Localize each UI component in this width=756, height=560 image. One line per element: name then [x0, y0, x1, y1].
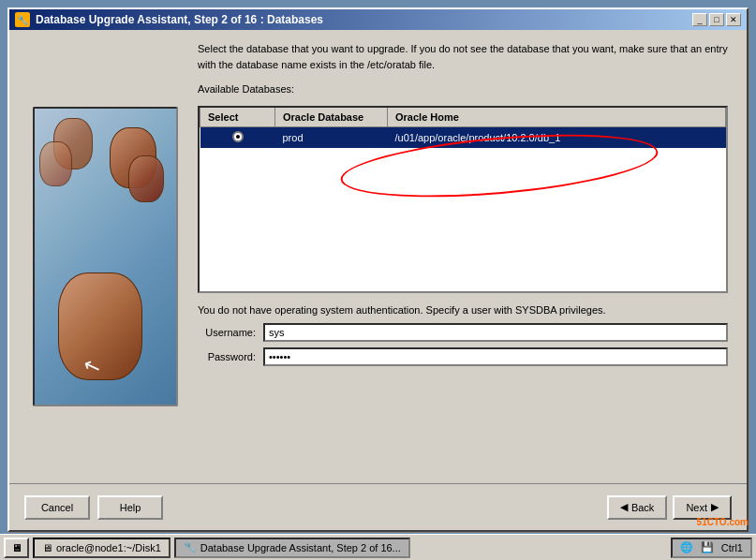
clock-label: Ctrl1 [721, 542, 743, 553]
window-title: Database Upgrade Assistant, Step 2 of 16… [36, 13, 323, 26]
watermark: 51CTO.com [697, 517, 749, 527]
taskbar-item-terminal[interactable]: 🖥 oracle@node1:~/Disk1 [33, 538, 170, 558]
maximize-button[interactable]: □ [709, 13, 724, 26]
taskbar: 🖥 🖥 oracle@node1:~/Disk1 🔧 Database Upgr… [0, 534, 756, 560]
oracle-illustration: ↖ [33, 107, 178, 406]
username-row: Username: [198, 323, 728, 342]
minimize-button[interactable]: _ [692, 13, 707, 26]
available-label: Available Databases: [198, 83, 728, 95]
auth-description: You do not have operating system authent… [198, 304, 728, 316]
col-oracle-db: Oracle Database [275, 108, 388, 127]
title-buttons: _ □ ✕ [692, 13, 741, 26]
taskbar-item-dua[interactable]: 🔧 Database Upgrade Assistant, Step 2 of … [174, 538, 410, 558]
disk-icon: 💾 [701, 541, 714, 553]
main-window: 🔧 Database Upgrade Assistant, Step 2 of … [7, 7, 749, 532]
radio-cell[interactable] [200, 127, 275, 149]
start-button[interactable]: 🖥 [4, 538, 29, 558]
database-table-container: Select Oracle Database Oracle Home prod … [198, 106, 728, 293]
left-panel: ↖ [28, 41, 183, 472]
db-name-cell: prod [275, 127, 388, 149]
close-button[interactable]: ✕ [726, 13, 741, 26]
next-arrow-icon: ▶ [711, 501, 719, 513]
bottom-bar: Cancel Help ◀ Back Next ▶ [9, 483, 747, 530]
next-label: Next [686, 502, 707, 513]
table-row[interactable]: prod /u01/app/oracle/product/10.2.0/db_1 [200, 127, 726, 149]
database-table: Select Oracle Database Oracle Home prod … [200, 108, 726, 148]
password-label: Password: [198, 351, 263, 362]
username-input[interactable] [263, 323, 728, 342]
col-oracle-home: Oracle Home [388, 108, 726, 127]
password-row: Password: [198, 347, 728, 366]
auth-section: You do not have operating system authent… [198, 304, 728, 372]
help-button[interactable]: Help [97, 495, 163, 520]
window-icon: 🔧 [15, 12, 30, 27]
taskbar-clock: 🌐 💾 Ctrl1 [671, 538, 752, 558]
col-select: Select [200, 108, 275, 127]
back-button[interactable]: ◀ Back [607, 495, 667, 520]
bottom-left-buttons: Cancel Help [24, 495, 163, 520]
back-label: Back [631, 502, 654, 513]
terminal-icon: 🖥 [42, 542, 52, 553]
network-icon: 🌐 [680, 541, 693, 553]
description-text: Select the database that you want to upg… [198, 41, 728, 72]
oracle-home-cell: /u01/app/oracle/product/10.2.0/db_1 [388, 127, 726, 149]
password-input[interactable] [263, 347, 728, 366]
cancel-button[interactable]: Cancel [24, 495, 90, 520]
start-icon: 🖥 [11, 542, 22, 553]
right-panel: Select the database that you want to upg… [198, 41, 728, 472]
radio-button[interactable] [232, 131, 244, 142]
watermark-site: 51CTO [697, 517, 727, 527]
username-label: Username: [198, 327, 263, 338]
taskbar-item-terminal-label: oracle@node1:~/Disk1 [56, 542, 161, 553]
next-button[interactable]: Next ▶ [673, 495, 732, 520]
title-bar: 🔧 Database Upgrade Assistant, Step 2 of … [9, 9, 747, 30]
taskbar-item-dua-label: Database Upgrade Assistant, Step 2 of 16… [200, 542, 401, 553]
bottom-right-buttons: ◀ Back Next ▶ [607, 495, 732, 520]
title-bar-left: 🔧 Database Upgrade Assistant, Step 2 of … [15, 12, 323, 27]
back-arrow-icon: ◀ [620, 501, 628, 513]
dua-icon: 🔧 [184, 541, 197, 553]
window-body: ↖ Select the database that you want to u… [9, 30, 747, 483]
watermark-suffix: .com [727, 517, 749, 527]
